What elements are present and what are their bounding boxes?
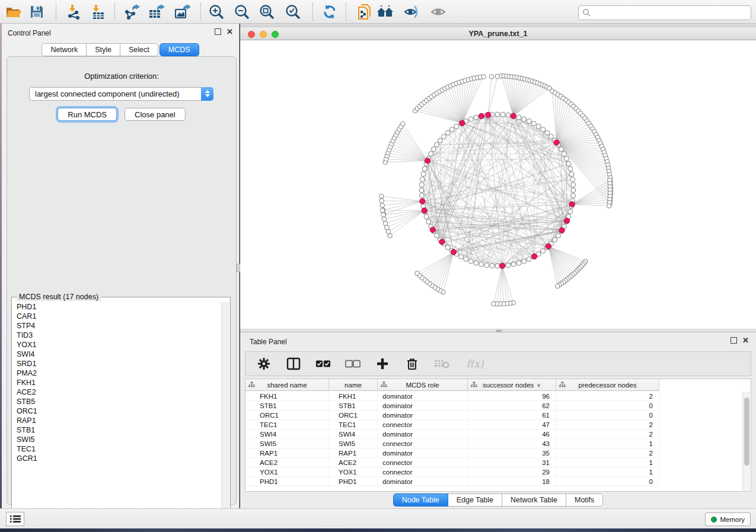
- mcds-result-item[interactable]: STB1: [12, 425, 221, 435]
- search-icon: [582, 8, 591, 17]
- zoom-selected-button[interactable]: [283, 2, 303, 21]
- search-input[interactable]: [591, 9, 747, 17]
- hide-details-button[interactable]: [401, 2, 422, 21]
- table-row[interactable]: RAP1RAP1dominator352: [245, 448, 659, 458]
- zoom-in-button[interactable]: [206, 2, 227, 21]
- table-scrollbar[interactable]: [742, 392, 750, 492]
- mcds-result-item[interactable]: TID3: [12, 331, 221, 340]
- table-row[interactable]: FKH1FKH1dominator962: [245, 392, 659, 401]
- mcds-result-group: MCDS result (17 nodes) PHD1CAR1STP4TID3Y…: [11, 297, 231, 517]
- tab-style[interactable]: Style: [86, 43, 120, 56]
- table-row[interactable]: STB1STB1dominator620: [245, 401, 659, 411]
- mcds-result-item[interactable]: PMA2: [12, 368, 221, 378]
- table-cell: ACE2: [245, 458, 329, 467]
- float-table-panel-icon[interactable]: [731, 337, 737, 344]
- function-builder-button-disabled: f(x): [464, 356, 486, 371]
- mcds-result-item[interactable]: TEC1: [12, 444, 221, 454]
- mcds-list-scrollbar[interactable]: [221, 302, 229, 516]
- table-row[interactable]: YOX1YOX1connector291: [245, 467, 659, 477]
- table-row[interactable]: SWI4SWI4dominator462: [245, 430, 659, 439]
- mcds-result-item[interactable]: SWI5: [12, 435, 221, 444]
- export-image-button[interactable]: [173, 2, 193, 21]
- network-canvas[interactable]: [240, 40, 756, 329]
- select-all-columns-button[interactable]: [315, 356, 331, 371]
- tab-network[interactable]: Network: [42, 43, 87, 56]
- memory-button[interactable]: Memory: [705, 512, 751, 526]
- column-layout-button[interactable]: [286, 356, 301, 371]
- refresh-button[interactable]: [320, 2, 340, 21]
- float-panel-icon[interactable]: [215, 28, 221, 35]
- unselect-all-columns-button[interactable]: [345, 356, 361, 371]
- column-header-MCDS-role[interactable]: MCDS role: [378, 379, 468, 391]
- show-panel-list-button[interactable]: [6, 512, 24, 526]
- criterion-select[interactable]: largest connected component (undirected): [29, 87, 213, 101]
- table-cell: connector: [378, 458, 468, 467]
- zoom-out-button[interactable]: [232, 2, 252, 21]
- column-header-successor-nodes[interactable]: successor nodes∨: [468, 379, 556, 391]
- list-icon: [10, 515, 21, 523]
- import-network-icon: [66, 4, 82, 20]
- mcds-result-item[interactable]: CAR1: [12, 312, 221, 321]
- close-panel-icon[interactable]: ✕: [227, 28, 233, 35]
- optimization-criterion-label: Optimization criterion:: [7, 72, 236, 81]
- delete-column-button[interactable]: [404, 356, 420, 371]
- tab-edge-table[interactable]: Edge Table: [448, 493, 502, 507]
- table-row[interactable]: PHD1PHD1dominator180: [245, 477, 659, 486]
- table-cell: 0: [556, 411, 659, 420]
- column-label: MCDS role: [406, 382, 439, 389]
- table-cell: ORC1: [329, 411, 378, 420]
- attribute-tree-icon: [381, 382, 387, 388]
- table-cell: dominator: [378, 401, 468, 411]
- network-document-button[interactable]: [354, 2, 374, 21]
- open-file-button[interactable]: [4, 2, 24, 21]
- table-settings-button[interactable]: [256, 356, 272, 371]
- table-cell: SWI4: [245, 430, 329, 439]
- mcds-result-item[interactable]: ORC1: [12, 406, 221, 416]
- save-session-button[interactable]: [27, 2, 47, 21]
- mcds-result-item[interactable]: STB5: [12, 397, 221, 406]
- table-cell: FKH1: [245, 392, 329, 401]
- mcds-result-list[interactable]: PHD1CAR1STP4TID3YOX1SWI4SRD1PMA2FKH1ACE2…: [12, 302, 221, 516]
- table-row[interactable]: ACE2ACE2connector311: [245, 458, 659, 467]
- export-table-button[interactable]: [146, 2, 167, 21]
- plus-icon: [377, 358, 388, 370]
- tab-mcds[interactable]: MCDS: [160, 43, 199, 56]
- mcds-result-item[interactable]: FKH1: [12, 378, 221, 387]
- tab-node-table[interactable]: Node Table: [393, 493, 448, 507]
- birdseye-view-button[interactable]: [428, 2, 448, 21]
- export-network-button[interactable]: [122, 2, 142, 21]
- tab-network-table[interactable]: Network Table: [502, 493, 566, 507]
- mcds-result-item[interactable]: SWI4: [12, 350, 221, 359]
- mcds-result-item[interactable]: ACE2: [12, 387, 221, 397]
- import-network-button[interactable]: [64, 2, 84, 21]
- tab-select[interactable]: Select: [120, 43, 158, 56]
- home-button[interactable]: [375, 2, 395, 21]
- close-table-panel-icon[interactable]: ✕: [742, 337, 749, 344]
- mcds-result-item[interactable]: STP4: [12, 321, 221, 331]
- column-header-predecessor-nodes[interactable]: predecessor nodes: [556, 379, 659, 391]
- add-column-button[interactable]: [375, 356, 390, 371]
- birdseye-eye-icon: [430, 5, 446, 19]
- column-header-shared-name[interactable]: shared name: [245, 379, 329, 391]
- import-table-button[interactable]: [88, 2, 108, 21]
- table-scrollbar-thumb[interactable]: [744, 398, 749, 466]
- mcds-result-item[interactable]: PHD1: [12, 302, 221, 312]
- tab-motifs[interactable]: Motifs: [566, 493, 603, 507]
- table-row[interactable]: SWI5SWI5connector431: [245, 439, 659, 448]
- table-row[interactable]: ORC1ORC1dominator610: [245, 411, 659, 420]
- table-cell: FKH1: [329, 392, 378, 401]
- application-window: Control Panel ✕ NetworkStyleSelectMCDS O…: [0, 0, 756, 532]
- network-window-titlebar[interactable]: YPA_prune.txt_1: [240, 27, 756, 40]
- toolbar-separator: [56, 3, 56, 21]
- mcds-result-item[interactable]: GCR1: [12, 454, 221, 463]
- mcds-result-item[interactable]: SRD1: [12, 359, 221, 368]
- mcds-result-item[interactable]: YOX1: [12, 340, 221, 350]
- mcds-result-item[interactable]: RAP1: [12, 416, 221, 425]
- attribute-tree-icon: [559, 382, 566, 388]
- table-row[interactable]: TEC1TEC1connector472: [245, 420, 659, 430]
- run-mcds-button[interactable]: Run MCDS: [58, 108, 117, 121]
- column-header-name[interactable]: name: [329, 379, 378, 391]
- close-panel-button[interactable]: Close panel: [125, 108, 186, 121]
- zoom-fit-button[interactable]: [257, 2, 277, 21]
- vertical-splitter-grip[interactable]: [237, 264, 240, 272]
